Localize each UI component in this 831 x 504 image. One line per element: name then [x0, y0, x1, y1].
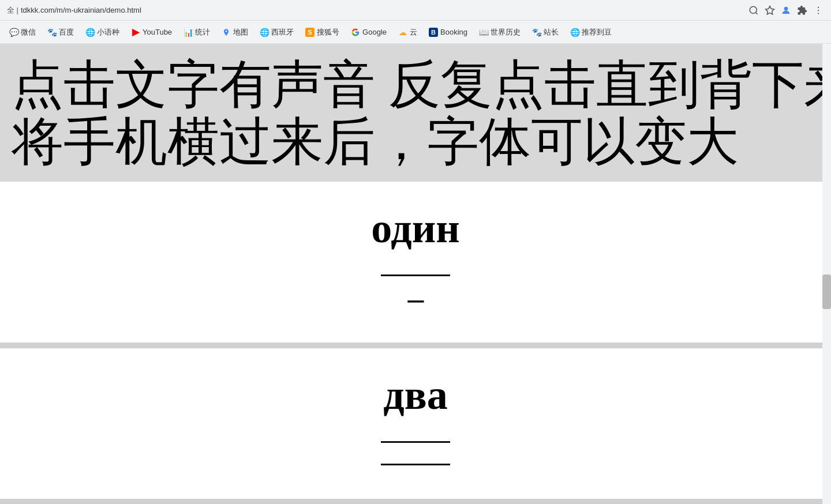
bookmark-recommend[interactable]: 🌐 推荐到豆 [566, 25, 616, 40]
svg-line-1 [755, 12, 757, 14]
bookmark-youtube-label: YouTube [143, 28, 172, 36]
bookmark-star-icon[interactable] [764, 5, 776, 16]
bookmark-stationmaster[interactable]: 🐾 站长 [527, 25, 563, 40]
address-prefix: 全 | [7, 5, 18, 16]
translation-number-odin: 一 [407, 291, 424, 315]
bookmark-yun[interactable]: ☁ 云 [394, 25, 422, 40]
instruction-banner[interactable]: 点击文字有声音 反复点击直到背下来 将手机横过来后，字体可以变大 [0, 44, 831, 182]
section-divider-2 [0, 499, 831, 504]
bookmark-yun-label: 云 [410, 27, 417, 37]
more-menu-icon[interactable] [813, 5, 824, 16]
word-section-two[interactable]: два [0, 348, 831, 499]
instruction-line2[interactable]: 将手机横过来后，字体可以变大 [12, 113, 819, 170]
instruction-line1[interactable]: 点击文字有声音 反复点击直到背下来 [12, 56, 819, 113]
bookmark-baidu-label: 百度 [59, 27, 74, 37]
baidu-icon: 🐾 [47, 28, 57, 37]
scrollbar-thumb[interactable] [822, 274, 831, 309]
bookmark-xiaoyuzhong-label: 小语种 [97, 27, 119, 37]
bookmark-spanish[interactable]: 🌐 西班牙 [255, 25, 298, 40]
bookmark-worldhistory[interactable]: 📖 世界历史 [474, 25, 525, 40]
dash-odin [381, 274, 450, 276]
maps-icon [222, 28, 231, 37]
translation-odin-chinese: 一 [407, 291, 424, 315]
bookmark-youtube[interactable]: ▶ YouTube [126, 25, 177, 39]
main-content: 点击文字有声音 反复点击直到背下来 将手机横过来后，字体可以变大 один 一 … [0, 44, 831, 504]
youtube-icon: ▶ [131, 28, 140, 37]
dash-dva-1 [381, 441, 450, 443]
address-bar: 全 | tdkkk.com/m/m-ukrainian/demo.html [0, 0, 831, 21]
stationmaster-icon: 🐾 [532, 28, 541, 37]
translation-dva-1 [381, 435, 450, 449]
spanish-icon: 🌐 [260, 28, 269, 37]
svg-point-0 [750, 6, 757, 13]
google-icon [351, 28, 360, 37]
bookmark-baidu[interactable]: 🐾 百度 [43, 25, 78, 40]
worldhistory-icon: 📖 [479, 28, 488, 37]
section-divider-1 [0, 343, 831, 348]
svg-point-4 [818, 6, 819, 7]
scrollbar[interactable] [822, 44, 831, 504]
recommend-icon: 🌐 [570, 28, 579, 37]
bookmark-recommend-label: 推荐到豆 [582, 27, 612, 37]
bookmark-statistics[interactable]: 📊 统计 [179, 25, 215, 40]
bookmark-maps[interactable]: 地图 [217, 25, 253, 40]
instruction-line1-text: 点击文字有声音 反复点击直到背下来 [12, 56, 831, 113]
bookmark-wechat-label: 微信 [21, 27, 36, 37]
wechat-icon: 💬 [9, 28, 18, 37]
bookmark-google-label: Google [362, 28, 387, 36]
profile-icon[interactable] [780, 5, 792, 16]
dash-dva-2 [381, 464, 450, 465]
svg-marker-2 [766, 6, 774, 14]
word-dva[interactable]: два [383, 371, 447, 419]
translation-odin-1 [381, 269, 450, 282]
bookmark-google[interactable]: Google [346, 25, 391, 39]
bookmark-sougou[interactable]: S 搜狐号 [301, 25, 344, 40]
statistics-icon: 📊 [184, 28, 193, 37]
svg-point-3 [784, 7, 788, 10]
search-icon[interactable] [748, 5, 759, 16]
bookmark-spanish-label: 西班牙 [271, 27, 294, 37]
yun-icon: ☁ [398, 28, 407, 37]
bookmark-statistics-label: 统计 [195, 27, 210, 37]
sougou-icon: S [305, 28, 315, 37]
translation-dva-2 [381, 458, 450, 471]
booking-icon: B [429, 28, 438, 37]
instruction-line2-text: 将手机横过来后，字体可以变大 [12, 113, 739, 170]
address-text[interactable]: tdkkk.com/m/m-ukrainian/demo.html [21, 6, 748, 14]
bookmark-wechat[interactable]: 💬 微信 [5, 25, 40, 40]
bookmark-sougou-label: 搜狐号 [317, 27, 339, 37]
word-section-one[interactable]: один 一 [0, 182, 831, 343]
bookmark-booking-label: Booking [440, 28, 467, 36]
bookmark-stationmaster-label: 站长 [544, 27, 559, 37]
xiaoyuzhong-icon: 🌐 [85, 28, 95, 37]
bookmark-booking[interactable]: B Booking [424, 25, 472, 39]
word-odin[interactable]: один [371, 205, 459, 253]
bookmark-xiaoyuzhong[interactable]: 🌐 小语种 [81, 25, 124, 40]
svg-point-6 [818, 13, 819, 14]
bookmarks-bar: 💬 微信 🐾 百度 🌐 小语种 ▶ YouTube 📊 统计 地图 🌐 西班牙 [0, 21, 831, 44]
svg-point-5 [818, 9, 819, 10]
bookmark-worldhistory-label: 世界历史 [491, 27, 521, 37]
extensions-icon[interactable] [796, 5, 808, 16]
bookmark-maps-label: 地图 [233, 27, 248, 37]
